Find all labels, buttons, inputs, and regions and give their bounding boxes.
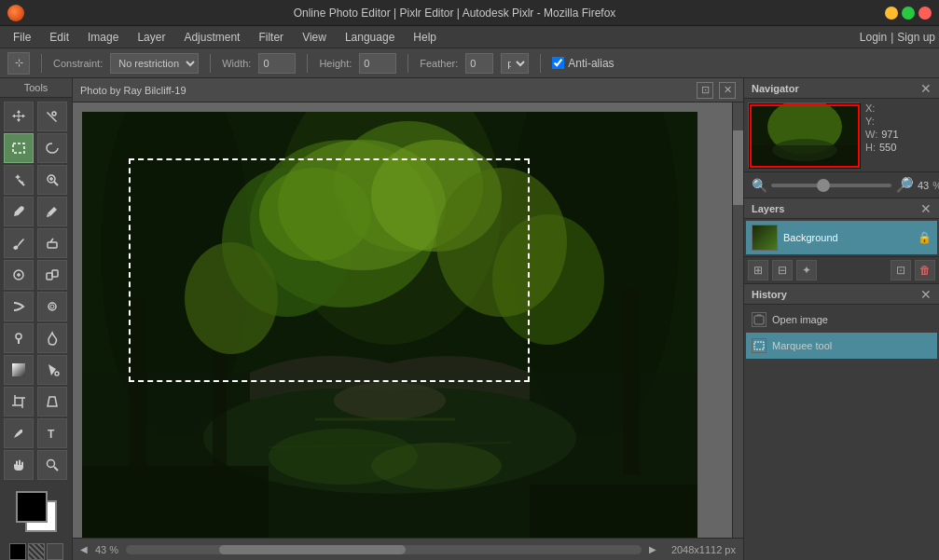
- text-tool[interactable]: T: [37, 418, 67, 448]
- scroll-left-arrow[interactable]: ◀: [80, 544, 88, 554]
- color-swatch[interactable]: [16, 491, 57, 532]
- menu-language[interactable]: Language: [336, 29, 404, 46]
- toolbar-sep-1: [41, 54, 42, 73]
- layer-background[interactable]: Background 🔒: [746, 221, 937, 254]
- menu-edit[interactable]: Edit: [40, 29, 78, 46]
- zoom-out-icon[interactable]: 🔍: [752, 178, 767, 193]
- maximize-button[interactable]: [902, 7, 915, 20]
- nav-x-label: X:: [865, 102, 875, 114]
- tools-grid: T: [0, 98, 72, 484]
- hand-tool[interactable]: [4, 450, 34, 480]
- menu-view[interactable]: View: [293, 29, 336, 46]
- menu-image[interactable]: Image: [78, 29, 128, 46]
- lasso-tool[interactable]: [37, 133, 67, 163]
- magic-move-tool[interactable]: [37, 102, 67, 131]
- minimize-button[interactable]: [885, 7, 898, 20]
- clone-tool[interactable]: [37, 260, 67, 290]
- menu-adjustment[interactable]: Adjustment: [174, 29, 249, 46]
- zoom-slider[interactable]: [771, 184, 891, 187]
- nav-w-value: 971: [881, 129, 898, 140]
- quick-select-tool[interactable]: [37, 165, 67, 195]
- canvas-vscroll-thumb[interactable]: [733, 130, 743, 205]
- history-content[interactable]: Open image Marquee tool: [744, 305, 939, 560]
- gradient-tool[interactable]: [4, 355, 34, 385]
- zoom-tool[interactable]: [37, 450, 67, 480]
- layer-fx-btn[interactable]: ✦: [796, 260, 817, 280]
- horizontal-scrollbar[interactable]: [126, 545, 642, 554]
- height-label: Height:: [319, 58, 352, 69]
- navigator-title: Navigator: [752, 83, 799, 94]
- burn-tool[interactable]: [37, 323, 67, 353]
- login-link[interactable]: Login: [860, 31, 887, 44]
- pattern-3[interactable]: [47, 543, 63, 560]
- menu-help[interactable]: Help: [404, 29, 446, 46]
- width-input[interactable]: [258, 53, 296, 74]
- eraser-tool[interactable]: [37, 228, 67, 258]
- restore-btn[interactable]: ⊡: [697, 82, 713, 99]
- close-button[interactable]: [918, 7, 932, 20]
- history-item-marquee[interactable]: Marquee tool: [746, 333, 937, 359]
- nav-w-row: W: 971: [865, 129, 899, 140]
- close-canvas-btn[interactable]: ✕: [719, 82, 736, 99]
- svg-rect-12: [12, 363, 25, 376]
- signup-link[interactable]: Sign up: [897, 31, 935, 44]
- antialias-checkbox[interactable]: [552, 57, 564, 69]
- move-tool-btn[interactable]: ⊹: [7, 52, 30, 75]
- antialias-label: Anti-alias: [568, 57, 614, 70]
- scroll-right-arrow[interactable]: ▶: [649, 544, 656, 554]
- width-label: Width:: [222, 58, 251, 69]
- nav-y-row: Y:: [865, 116, 899, 127]
- layer-group-btn[interactable]: ⊞: [748, 260, 768, 280]
- zoom-in-icon[interactable]: 🔎: [895, 176, 914, 194]
- pen-tool[interactable]: [4, 418, 34, 448]
- canvas-wrapper[interactable]: [73, 102, 732, 538]
- pattern-2[interactable]: [28, 543, 45, 560]
- canvas-vertical-scrollbar[interactable]: [732, 102, 743, 538]
- fill-tool[interactable]: [37, 355, 67, 385]
- crop-tool[interactable]: [4, 387, 34, 417]
- hscroll-thumb[interactable]: [219, 545, 406, 554]
- feather-unit[interactable]: px: [501, 53, 529, 74]
- history-title: History: [752, 289, 787, 300]
- menu-layer[interactable]: Layer: [128, 29, 174, 46]
- constraint-select[interactable]: No restriction Square Fixed Ratio Fixed …: [110, 53, 199, 74]
- svg-text:T: T: [48, 428, 55, 441]
- layers-close[interactable]: ✕: [920, 201, 932, 216]
- history-item-open[interactable]: Open image: [746, 307, 937, 333]
- move-tool[interactable]: [4, 102, 34, 131]
- svg-point-13: [55, 372, 59, 376]
- pencil-tool[interactable]: [37, 197, 67, 226]
- marquee-tool[interactable]: [4, 133, 34, 163]
- dodge-tool[interactable]: [4, 323, 34, 353]
- feather-input[interactable]: [465, 53, 493, 74]
- menu-filter[interactable]: Filter: [249, 29, 293, 46]
- history-close[interactable]: ✕: [920, 287, 932, 302]
- navigator-coords: X: Y: W: 971 H: 550: [865, 102, 899, 168]
- layer-merge-btn[interactable]: ⊟: [772, 260, 793, 280]
- foreground-color[interactable]: [16, 491, 48, 523]
- canvas-main-row: [73, 102, 743, 538]
- canvas-controls: ⊡ ✕: [697, 82, 736, 99]
- navigator-close[interactable]: ✕: [920, 81, 932, 96]
- history-open-label: Open image: [772, 314, 828, 325]
- healing-tool[interactable]: [4, 260, 34, 290]
- height-input[interactable]: [359, 53, 396, 74]
- main-area: Tools: [0, 78, 939, 560]
- canvas-svg: [82, 112, 697, 538]
- zoom-percent: %: [932, 180, 939, 191]
- layer-thumbnail: [752, 225, 778, 251]
- blur-tool[interactable]: [37, 292, 67, 321]
- wand-tool[interactable]: [4, 165, 34, 195]
- smudge-tool[interactable]: [4, 292, 34, 321]
- eyedropper-tool[interactable]: [4, 197, 34, 226]
- perspective-tool[interactable]: [37, 387, 67, 417]
- menu-file[interactable]: File: [4, 29, 40, 46]
- layers-panel: Layers ✕ Background 🔒 ⊞ ⊟ ✦ ⊡ 🗑: [744, 198, 939, 284]
- layers-content: Background 🔒: [744, 219, 939, 256]
- layer-delete-btn[interactable]: 🗑: [915, 260, 935, 280]
- layer-mask-btn[interactable]: ⊡: [891, 260, 911, 280]
- pattern-1[interactable]: [9, 543, 26, 560]
- zoom-value: 43: [918, 180, 929, 191]
- brush-tool[interactable]: [4, 228, 34, 258]
- svg-rect-53: [754, 316, 764, 324]
